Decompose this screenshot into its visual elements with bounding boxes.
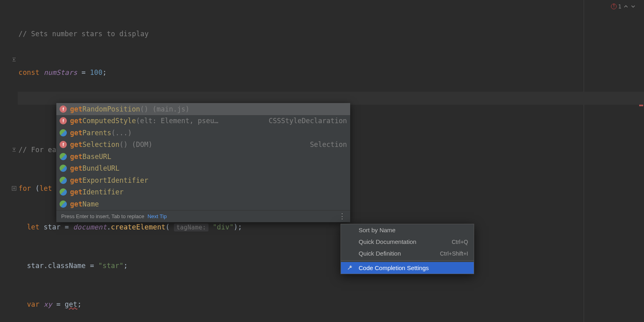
error-indicator[interactable]: 1 — [611, 3, 636, 10]
context-menu-label: Quick Documentation — [359, 238, 416, 245]
completion-item[interactable]: getName — [56, 198, 350, 210]
context-menu-label: Code Completion Settings — [359, 264, 429, 271]
context-menu-separator — [341, 260, 474, 261]
chevron-down-icon[interactable] — [630, 4, 636, 9]
completion-popup[interactable]: fgetRandomPosition() (main.js)fgetComput… — [56, 103, 350, 222]
context-menu-item-settings[interactable]: Code Completion Settings — [341, 262, 474, 274]
context-menu-item[interactable]: Sort by Name — [341, 224, 474, 236]
function-icon: f — [60, 105, 67, 113]
method-icon — [60, 153, 67, 160]
scrollbar-error-marker[interactable] — [639, 105, 643, 106]
completion-item[interactable]: fgetRandomPosition() (main.js) — [56, 103, 350, 115]
gutter — [0, 0, 18, 322]
completion-item[interactable]: fgetComputedStyle(elt: Element, pseu…CSS… — [56, 115, 350, 127]
context-menu-item[interactable]: Quick DocumentationCtrl+Q — [341, 236, 474, 248]
error-count: 1 — [618, 3, 621, 10]
completion-item[interactable]: getBundleURL — [56, 163, 350, 175]
context-menu-shortcut: Ctrl+Shift+I — [440, 250, 468, 257]
completion-popup-footer: Press Enter to insert, Tab to replace Ne… — [56, 210, 350, 222]
method-icon — [60, 200, 67, 208]
error-circle-icon — [611, 4, 617, 9]
method-icon — [60, 165, 67, 172]
chevron-up-icon[interactable] — [623, 4, 629, 9]
fold-marker-collapsed-icon[interactable] — [11, 185, 17, 190]
code-editor[interactable]: 1 // Sets number stars to display const … — [0, 0, 644, 322]
context-menu-label: Sort by Name — [359, 227, 396, 233]
right-margin-guide — [584, 0, 584, 322]
next-tip-link[interactable]: Next Tip — [147, 213, 167, 219]
completion-item[interactable]: fgetSelection() (DOM)Selection — [56, 139, 350, 151]
context-menu[interactable]: Sort by NameQuick DocumentationCtrl+QQui… — [341, 224, 474, 274]
function-icon: f — [60, 141, 67, 148]
method-icon — [60, 129, 67, 136]
more-dots-icon[interactable]: ⋮ — [339, 212, 345, 221]
method-icon — [60, 188, 67, 196]
completion-item[interactable]: getBaseURL — [56, 151, 350, 163]
function-icon: f — [60, 117, 67, 124]
context-menu-shortcut: Ctrl+Q — [452, 239, 468, 245]
completion-item[interactable]: getParents(...) — [56, 127, 350, 139]
completion-hint-text: Press Enter to insert, Tab to replace — [61, 213, 144, 219]
completion-item[interactable]: getExportIdentifier — [56, 174, 350, 186]
completion-item[interactable]: getIdentifier — [56, 186, 350, 198]
code-comment: // Sets number stars to display — [19, 30, 149, 38]
context-menu-label: Quick Definition — [359, 250, 401, 257]
fold-marker-close-icon[interactable] — [11, 146, 17, 152]
fold-marker-open-icon[interactable] — [11, 56, 17, 62]
wrench-icon — [347, 265, 353, 271]
parameter-hint: tagName: — [174, 223, 208, 231]
method-icon — [60, 177, 67, 184]
context-menu-item[interactable]: Quick DefinitionCtrl+Shift+I — [341, 248, 474, 259]
